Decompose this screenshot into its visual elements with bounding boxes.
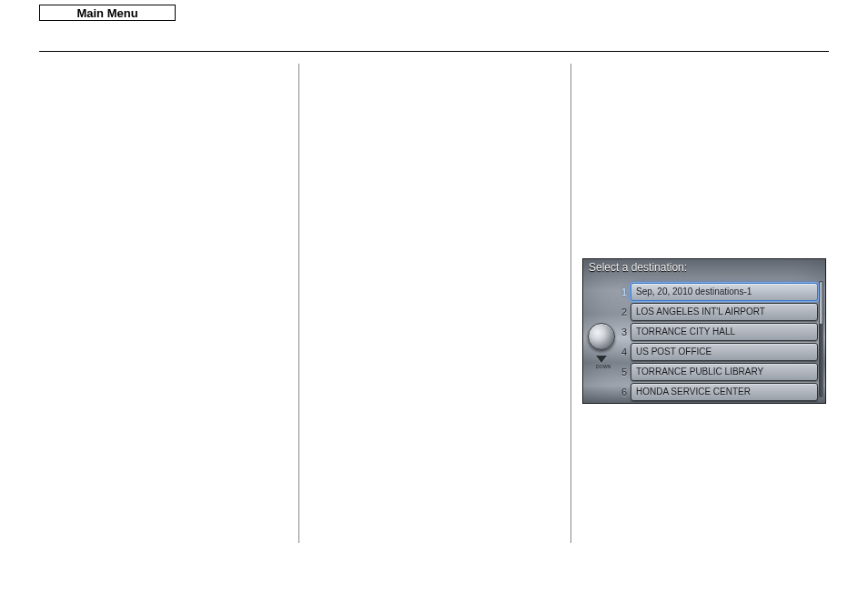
row-number: 5 <box>618 363 627 382</box>
rotary-dial-icon <box>588 323 615 350</box>
row-number: 2 <box>618 303 627 322</box>
down-arrow-icon: DOWN <box>596 356 607 372</box>
down-label: DOWN <box>596 364 607 369</box>
main-menu-button[interactable]: Main Menu <box>39 5 176 21</box>
destination-slot: US POST OFFICE <box>631 343 818 361</box>
destination-slot: TORRANCE CITY HALL <box>631 323 818 341</box>
row-number: 3 <box>618 323 627 342</box>
scrollbar-thumb <box>819 281 823 325</box>
nav-screen-title: Select a destination: <box>589 261 687 274</box>
row-number: 1 <box>618 283 627 302</box>
row-number: 4 <box>618 343 627 362</box>
horizontal-rule <box>39 51 829 52</box>
destination-slot: LOS ANGELES INT'L AIRPORT <box>631 303 818 321</box>
destination-slot: Sep, 20, 2010 destinations-1 <box>631 283 818 301</box>
column-divider <box>298 64 299 543</box>
column-divider <box>570 64 571 543</box>
navigation-screenshot: Select a destination: DOWN 1 Sep, 20, 20… <box>582 258 826 404</box>
destination-slot: HONDA SERVICE CENTER <box>631 383 818 401</box>
row-number: 6 <box>618 383 627 402</box>
destination-slot: TORRANCE PUBLIC LIBRARY <box>631 363 818 381</box>
